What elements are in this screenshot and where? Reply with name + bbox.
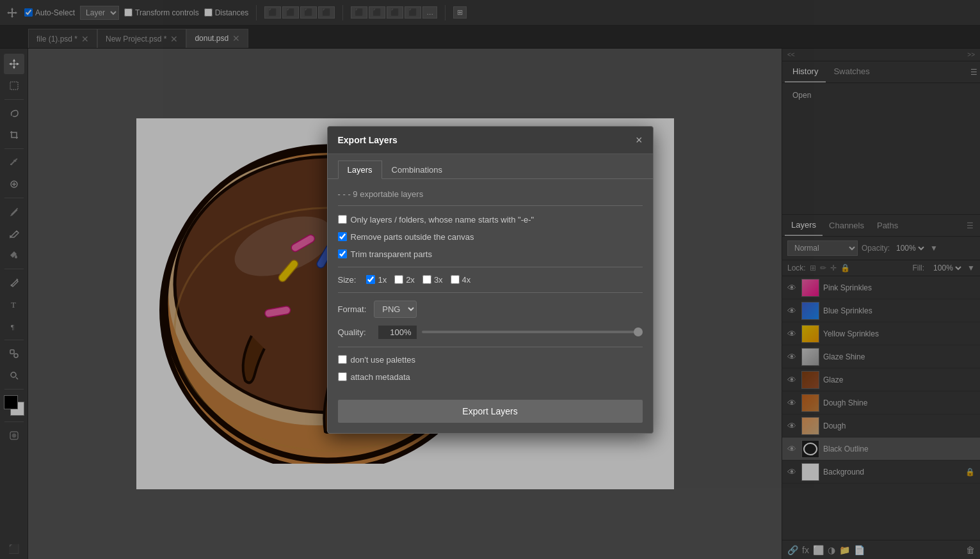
option-trim-label[interactable]: Trim transparent parts <box>338 249 432 259</box>
dialog-tab-layers[interactable]: Layers <box>338 161 382 179</box>
option-palette-row: don't use palettes <box>338 355 643 365</box>
option-trim-checkbox[interactable] <box>338 249 347 258</box>
option-name-text: Only layers / folders, whose name starts… <box>351 215 534 224</box>
option-name-checkbox[interactable] <box>338 215 347 224</box>
dialog-close-button[interactable]: × <box>636 134 643 146</box>
format-label: Format: <box>338 304 367 314</box>
option-remove-checkbox[interactable] <box>338 232 347 241</box>
size-4x-label: 4x <box>462 275 471 285</box>
size-2x-label: 2x <box>406 275 415 285</box>
size-label: Size: <box>338 275 357 285</box>
export-layers-button[interactable]: Export Layers <box>338 400 643 423</box>
size-4x-checkbox[interactable] <box>451 275 460 284</box>
quality-row: Quality: 100% <box>338 326 643 347</box>
option-palette-text: don't use palettes <box>351 355 416 365</box>
size-1x-checkbox[interactable] <box>366 275 375 284</box>
option-metadata-label[interactable]: attach metadata <box>338 372 410 382</box>
dialog-tab-combinations[interactable]: Combinations <box>382 161 453 178</box>
option-name-label[interactable]: Only layers / folders, whose name starts… <box>338 215 534 224</box>
modal-overlay: Export Layers × Layers Combinations - - … <box>28 49 782 559</box>
option-metadata-text: attach metadata <box>351 372 410 382</box>
dialog-header: Export Layers × <box>328 127 653 154</box>
size-2x-option[interactable]: 2x <box>394 275 415 285</box>
main-area: T ¶ ⬛ <box>0 49 980 559</box>
size-row: Size: 1x 2x 3x <box>338 275 643 293</box>
size-3x-label: 3x <box>434 275 443 285</box>
quality-value: 100% <box>378 326 417 339</box>
canvas-area: Export Layers × Layers Combinations - - … <box>28 49 782 559</box>
option-trim-text: Trim transparent parts <box>351 249 432 259</box>
size-4x-option[interactable]: 4x <box>451 275 471 285</box>
option-remove-label[interactable]: Remove parts outside the canvas <box>338 232 474 242</box>
export-dialog: Export Layers × Layers Combinations - - … <box>327 126 654 434</box>
option-remove-row: Remove parts outside the canvas <box>338 232 643 242</box>
option-palette-label[interactable]: don't use palettes <box>338 355 416 365</box>
dialog-tabs: Layers Combinations <box>328 154 653 179</box>
dialog-title: Export Layers <box>338 135 398 145</box>
quality-label: Quality: <box>338 327 373 337</box>
option-metadata-row: attach metadata <box>338 372 643 382</box>
quality-slider[interactable] <box>422 331 643 333</box>
option-palette-checkbox[interactable] <box>338 355 347 364</box>
option-name-row: Only layers / folders, whose name starts… <box>338 215 643 224</box>
dialog-info: - - - 9 exportable layers <box>338 189 643 206</box>
option-trim-row: Trim transparent parts <box>338 249 643 267</box>
format-row: Format: PNG JPG SVG PDF <box>338 301 643 318</box>
option-remove-text: Remove parts outside the canvas <box>351 232 474 242</box>
size-2x-checkbox[interactable] <box>394 275 403 284</box>
size-1x-option[interactable]: 1x <box>366 275 387 285</box>
size-3x-option[interactable]: 3x <box>422 275 443 285</box>
format-select[interactable]: PNG JPG SVG PDF <box>374 301 417 318</box>
dialog-body: - - - 9 exportable layers Only layers / … <box>328 179 653 395</box>
option-metadata-checkbox[interactable] <box>338 372 347 381</box>
dialog-footer: Export Layers <box>328 395 653 433</box>
size-3x-checkbox[interactable] <box>422 275 431 284</box>
size-1x-label: 1x <box>378 275 387 285</box>
